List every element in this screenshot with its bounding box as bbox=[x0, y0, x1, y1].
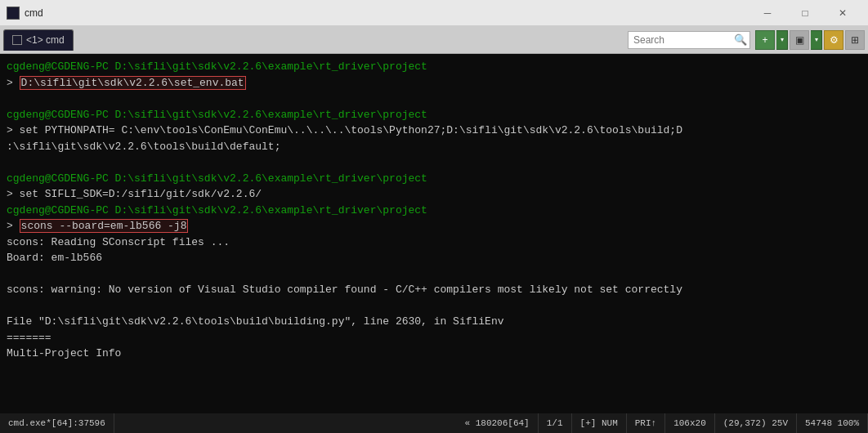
terminal-line: > set SIFLI_SDK=D:/sifli/git/sdk/v2.2.6/ bbox=[7, 186, 861, 203]
status-chunk-4: 106x20 bbox=[665, 413, 715, 433]
status-chunk-3: PRI↑ bbox=[627, 413, 665, 433]
terminal-line: cgdeng@CGDENG-PC D:\sifli\git\sdk\v2.2.6… bbox=[7, 59, 861, 75]
search-area: 🔍 bbox=[628, 31, 750, 49]
terminal-line: :\sifli\git\sdk\v2.2.6\tools\build\defau… bbox=[7, 139, 861, 155]
terminal-line: ======= bbox=[7, 330, 861, 346]
terminal-line: scons: warning: No version of Visual Stu… bbox=[7, 282, 861, 298]
add-tab-button[interactable]: + bbox=[755, 30, 775, 50]
status-process: cmd.exe*[64]:37596 bbox=[0, 413, 114, 433]
terminal-line: cgdeng@CGDENG-PC D:\sifli\git\sdk\v2.2.6… bbox=[7, 171, 861, 187]
app-icon bbox=[7, 7, 20, 20]
tabbar: <1> cmd 🔍 + ▾ ▣ ▾ ⚙ ⊞ bbox=[0, 26, 868, 54]
terminal-line: > D:\sifli\git\sdk\v2.2.6\set_env.bat bbox=[7, 75, 861, 92]
terminal-line bbox=[7, 266, 861, 283]
status-chunk-1: 1/1 bbox=[539, 413, 572, 433]
terminal-line: > scons --board=em-lb566 -j8 bbox=[7, 218, 861, 234]
terminal-line bbox=[7, 154, 861, 171]
status-chunk-5: (29,372) 25V bbox=[715, 413, 797, 433]
toolbar-buttons: + ▾ ▣ ▾ ⚙ ⊞ bbox=[755, 30, 865, 50]
tab-cmd-icon bbox=[12, 35, 22, 45]
search-icon-button[interactable]: 🔍 bbox=[732, 32, 749, 48]
terminal-line: cgdeng@CGDENG-PC D:\sifli\git\sdk\v2.2.6… bbox=[7, 107, 861, 123]
terminal-line: scons: Reading SConscript files ... bbox=[7, 234, 861, 251]
tab-cmd-label: <1> cmd bbox=[26, 34, 65, 46]
settings-button[interactable]: ⚙ bbox=[824, 30, 843, 50]
tab-cmd[interactable]: <1> cmd bbox=[3, 29, 74, 51]
view-button[interactable]: ▣ bbox=[790, 30, 809, 50]
status-chunk-6: 54748 100% bbox=[797, 413, 868, 433]
terminal-line: File "D:\sifli\git\sdk\v2.2.6\tools\buil… bbox=[7, 314, 861, 330]
terminal-line: cgdeng@CGDENG-PC D:\sifli\git\sdk\v2.2.6… bbox=[7, 203, 861, 219]
terminal-line: Multi-Project Info bbox=[7, 346, 861, 362]
add-tab-dropdown[interactable]: ▾ bbox=[776, 30, 788, 50]
close-button[interactable]: ✕ bbox=[824, 0, 861, 26]
view-dropdown[interactable]: ▾ bbox=[811, 30, 822, 50]
layout-button[interactable]: ⊞ bbox=[845, 30, 865, 50]
minimize-button[interactable]: ─ bbox=[749, 0, 786, 26]
terminal-area: cgdeng@CGDENG-PC D:\sifli\git\sdk\v2.2.6… bbox=[0, 54, 868, 413]
terminal-line: > set PYTHONPATH= C:\env\tools\ConEmu\Co… bbox=[7, 123, 861, 139]
terminal-line bbox=[7, 91, 861, 107]
window-controls: ─ □ ✕ bbox=[749, 0, 861, 26]
maximize-button[interactable]: □ bbox=[786, 0, 824, 26]
window-title: cmd bbox=[25, 7, 749, 19]
titlebar: cmd ─ □ ✕ bbox=[0, 0, 868, 26]
statusbar: cmd.exe*[64]:37596« 180206[64]1/1[+] NUM… bbox=[0, 413, 868, 433]
status-chunk-2: [+] NUM bbox=[572, 413, 627, 433]
terminal-line bbox=[7, 298, 861, 315]
terminal-line: Board: em-lb566 bbox=[7, 250, 861, 266]
status-chunk-0: « 180206[64] bbox=[457, 413, 539, 433]
